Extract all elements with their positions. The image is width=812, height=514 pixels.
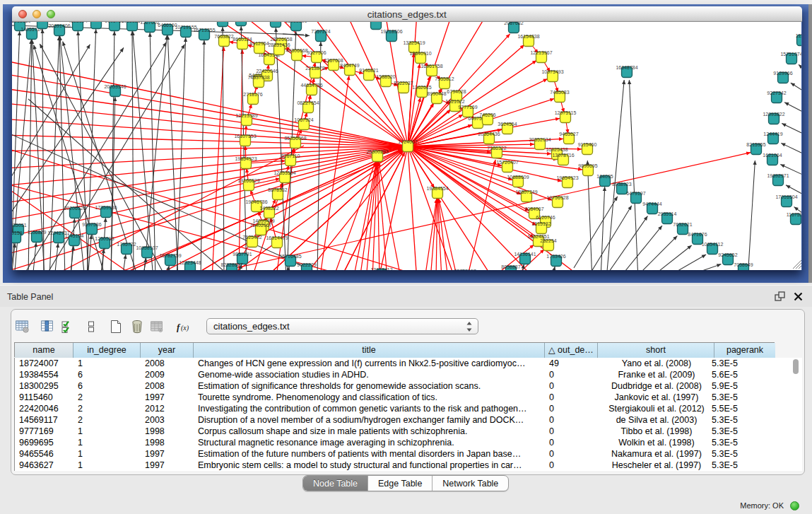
svg-text:9146821: 9146821	[359, 68, 378, 73]
svg-text:49306668: 49306668	[286, 48, 307, 53]
svg-text:18640910: 18640910	[409, 51, 431, 56]
svg-text:1145194: 1145194	[65, 233, 84, 238]
svg-text:7955812: 7955812	[435, 76, 454, 81]
svg-text:30552034: 30552034	[529, 137, 551, 142]
svg-text:7632621: 7632621	[673, 222, 692, 227]
svg-text:12213967: 12213967	[530, 50, 552, 55]
svg-text:20364436: 20364436	[478, 132, 500, 136]
svg-text:9084067: 9084067	[524, 206, 543, 211]
svg-text:14136141: 14136141	[514, 252, 536, 257]
svg-text:9899695: 9899695	[578, 163, 597, 168]
svg-text:9227342: 9227342	[767, 90, 786, 95]
svg-text:12093822: 12093822	[763, 112, 784, 117]
svg-text:1362615: 1362615	[412, 85, 431, 90]
svg-text:8990448: 8990448	[427, 91, 446, 96]
svg-text:9857791: 9857791	[233, 252, 252, 257]
svg-text:12353594: 12353594	[273, 170, 295, 175]
svg-text:10025438: 10025438	[546, 147, 567, 152]
svg-text:16914479: 16914479	[266, 235, 288, 240]
svg-text:13325419: 13325419	[403, 40, 425, 45]
svg-text:12923448: 12923448	[179, 260, 201, 265]
svg-text:28226058: 28226058	[270, 37, 292, 42]
svg-text:19218506: 19218506	[380, 29, 402, 34]
svg-text:19384554: 19384554	[426, 186, 448, 191]
svg-text:1724007: 1724007	[398, 139, 417, 144]
svg-text:19166829: 19166829	[237, 178, 259, 183]
svg-text:8938923: 8938923	[612, 182, 631, 187]
svg-text:20206526: 20206526	[64, 206, 86, 211]
svg-text:6794028: 6794028	[447, 89, 466, 94]
svg-text:1733426: 1733426	[546, 254, 565, 259]
svg-text:16961758: 16961758	[420, 64, 442, 69]
svg-text:19654923: 19654923	[556, 175, 578, 180]
svg-text:19692971: 19692971	[767, 173, 789, 178]
svg-text:11123: 11123	[796, 33, 801, 38]
svg-text:8215955: 8215955	[746, 142, 765, 147]
svg-text:7485083: 7485083	[550, 90, 569, 95]
svg-text:164095: 164095	[596, 174, 613, 179]
svg-text:10973493: 10973493	[541, 69, 563, 74]
svg-text:13613412: 13613412	[370, 267, 392, 271]
svg-text:18807249: 18807249	[515, 189, 537, 194]
svg-text:2718176: 2718176	[243, 92, 262, 97]
svg-text:19854923: 19854923	[235, 156, 257, 161]
svg-text:10654112: 10654112	[702, 242, 724, 247]
svg-text:20053346: 20053346	[104, 84, 126, 89]
svg-text:15720407: 15720407	[496, 160, 518, 165]
svg-text:19046786: 19046786	[245, 199, 267, 204]
svg-text:1498222: 1498222	[259, 206, 278, 211]
svg-text:6120746: 6120746	[536, 215, 555, 220]
svg-text:2935114: 2935114	[658, 211, 677, 216]
svg-text:8322037: 8322037	[394, 81, 413, 86]
svg-text:9115460: 9115460	[578, 142, 597, 147]
svg-text:39159: 39159	[12, 230, 23, 235]
svg-text:16782759: 16782759	[159, 253, 181, 258]
svg-text:8471676: 8471676	[688, 232, 707, 237]
svg-text:17359936: 17359936	[95, 205, 117, 210]
svg-text:16107553: 16107553	[234, 134, 256, 139]
svg-text:252254: 252254	[540, 238, 556, 243]
svg-text:76402067: 76402067	[249, 223, 271, 228]
svg-text:1621064: 1621064	[763, 153, 782, 158]
svg-text:15751074: 15751074	[780, 52, 801, 57]
svg-text:1156829: 1156829	[28, 230, 47, 235]
svg-text:1067924: 1067924	[294, 117, 313, 122]
svg-text:7386322: 7386322	[487, 146, 506, 151]
svg-text:7663822: 7663822	[214, 34, 233, 39]
svg-text:8878332: 8878332	[268, 187, 287, 192]
svg-text:7357224: 7357224	[311, 29, 330, 34]
svg-text:1795722: 1795722	[117, 242, 136, 247]
svg-text:16713355: 16713355	[193, 28, 215, 33]
svg-text:746206: 746206	[479, 112, 495, 117]
svg-text:25300293: 25300293	[366, 149, 388, 154]
svg-text:8454749: 8454749	[340, 63, 359, 68]
svg-text:28831436: 28831436	[268, 42, 290, 47]
svg-text:12975115: 12975115	[555, 110, 577, 115]
svg-text:1615132: 1615132	[531, 221, 551, 226]
svg-text:6479197: 6479197	[626, 191, 645, 196]
svg-text:26018159: 26018159	[12, 22, 31, 23]
svg-text:16033809: 16033809	[285, 22, 307, 23]
svg-text:7058649: 7058649	[734, 262, 753, 267]
svg-text:08227654: 08227654	[297, 100, 319, 105]
svg-text:85356068: 85356068	[284, 136, 306, 141]
svg-text:19756928: 19756928	[546, 195, 568, 200]
svg-text:8267110: 8267110	[281, 153, 300, 158]
svg-text:8058887: 8058887	[501, 264, 520, 269]
svg-text:9474444: 9474444	[642, 201, 661, 206]
svg-text:2367608: 2367608	[324, 58, 343, 63]
svg-text:17016504: 17016504	[775, 194, 797, 199]
svg-text:10958107: 10958107	[136, 245, 158, 250]
svg-text:9463627: 9463627	[559, 132, 578, 136]
svg-text:44634786: 44634786	[300, 83, 322, 88]
svg-text:535051: 535051	[12, 223, 27, 228]
svg-text:2087682: 2087682	[504, 22, 523, 25]
svg-text:4628194: 4628194	[68, 22, 87, 23]
svg-text:3624554: 3624554	[498, 122, 517, 127]
svg-text:13078716: 13078716	[552, 153, 574, 158]
svg-text:15716485: 15716485	[279, 254, 301, 259]
svg-text:1167533: 1167533	[787, 212, 801, 217]
svg-text:2213878: 2213878	[305, 66, 324, 71]
svg-text:10688609: 10688609	[507, 175, 529, 180]
svg-text:1621022: 1621022	[445, 99, 464, 104]
